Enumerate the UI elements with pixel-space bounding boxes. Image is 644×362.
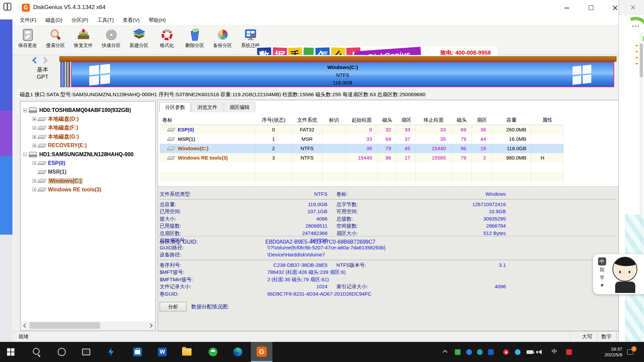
tab-sector-edit[interactable]: 扇区编辑 [224, 102, 255, 112]
toolbar-buttons: 保存更改 搜索分区 恢复文件 快速分区 新建分区 [14, 27, 264, 54]
desktop-left-edge [0, 0, 12, 342]
background-close-icon[interactable] [630, 5, 635, 10]
tray-green-icon[interactable] [455, 349, 461, 355]
tray-ime-app-icon[interactable] [566, 349, 572, 355]
close-button[interactable] [607, 0, 623, 15]
ime-halfwidth-badge[interactable]: 半 [600, 275, 605, 281]
disk-tree-panel: HD0:TOSHIBAMQ04ABF100(932GB)本地磁盘(D:)本地磁盘… [20, 101, 156, 330]
taskbar-search-icon[interactable] [32, 347, 42, 357]
quick-partition-button[interactable]: 快速分区 [97, 27, 125, 54]
esp-partition-block[interactable] [60, 62, 65, 87]
menu-tools[interactable]: 工具(T) [97, 17, 114, 23]
tree-item[interactable]: 本地磁盘(F:) [20, 124, 155, 132]
tree-item[interactable]: 本地磁盘(G:) [20, 132, 155, 141]
expander-icon[interactable] [33, 179, 36, 183]
save-changes-button[interactable]: 保存更改 [14, 27, 42, 54]
start-button[interactable] [5, 347, 16, 357]
tray-teal-icon[interactable] [477, 349, 483, 355]
backup-partition-button[interactable]: 备份分区 [209, 27, 236, 54]
tree-item-label: 本地磁盘(G:) [48, 133, 79, 140]
expander-icon[interactable] [23, 109, 27, 112]
tree-horizontal-scrollbar[interactable] [21, 321, 155, 329]
maximize-button[interactable] [583, 0, 599, 15]
scroll-left-icon[interactable] [21, 321, 29, 329]
tree-item[interactable]: Windows RE tools(3) [20, 185, 155, 194]
delete-partition-button[interactable]: 删除分区 [181, 27, 209, 54]
tree-item[interactable]: MSR(1) [20, 168, 155, 176]
scroll-right-icon[interactable] [147, 321, 155, 329]
ime-simplified-badge[interactable]: 简 [600, 267, 605, 273]
menu-disk[interactable]: 磁盘(D) [45, 17, 62, 23]
table-row[interactable]: ESP(0)0FAT3203233336936260.0MB [160, 125, 564, 134]
store-icon[interactable] [132, 347, 143, 357]
edge-icon[interactable] [232, 347, 243, 357]
expander-icon[interactable] [33, 188, 36, 191]
prev-disk-icon[interactable] [32, 57, 39, 64]
ime-float-widget[interactable]: 中 简 半 ♥ [593, 254, 644, 294]
tree-item[interactable]: HD0:TOSHIBAMQ04ABF100(932GB) [20, 106, 155, 115]
tree-item[interactable]: RECOVERY(E:) [20, 141, 155, 150]
table-row[interactable]: Windows(C:)2NTFS357945154409616118.0GB [160, 144, 564, 153]
tree-item[interactable]: Windows(C:) [20, 176, 155, 185]
taskbar: 中 18:37 2022/5/9 2 [0, 342, 644, 362]
tree-item[interactable]: 本地磁盘(D:) [20, 115, 155, 123]
windows-c-partition-block[interactable]: Windows(C:) NTFS 118.0GB [71, 62, 614, 87]
file-explorer-icon[interactable] [181, 347, 192, 357]
recover-files-button[interactable]: 恢复文件 [69, 27, 97, 54]
battery-icon[interactable] [527, 350, 533, 354]
tray-expand-icon[interactable] [443, 350, 447, 355]
expander-icon[interactable] [33, 126, 36, 130]
more-icon[interactable] [632, 25, 640, 27]
notification-center-icon[interactable]: 2 [627, 348, 635, 356]
volume-icon[interactable] [538, 350, 542, 354]
next-disk-icon[interactable] [41, 57, 48, 64]
ime-indicator[interactable]: 中 [552, 348, 557, 355]
toolbar: 保存更改 搜索分区 恢复文件 快速分区 新建分区 [12, 25, 619, 55]
taskbar-clock[interactable]: 18:37 2022/5/9 [584, 346, 622, 358]
new-partition-button[interactable]: 新建分区 [125, 27, 153, 54]
background-window-icon [3, 3, 11, 11]
table-row[interactable]: Windows RE tools(3)3NTFS1544096171556579… [160, 153, 564, 163]
word-icon[interactable] [157, 347, 168, 357]
format-button[interactable]: 格式化 [153, 27, 181, 54]
minimize-button[interactable] [559, 0, 575, 15]
window-title: DiskGenius V5.4.3.1342 x64 [33, 4, 105, 11]
tab-browse-files[interactable]: 浏览文件 [192, 102, 223, 112]
msr-partition-block[interactable] [66, 62, 70, 87]
expander-icon[interactable] [33, 117, 36, 121]
menu-help[interactable]: 帮助(H) [149, 17, 166, 23]
pinned-green-app-icon[interactable] [208, 347, 218, 357]
menu-file[interactable]: 文件(F) [20, 17, 36, 23]
tab-partition-params[interactable]: 分区参数 [159, 102, 191, 112]
scrollbar-thumb[interactable] [30, 322, 100, 329]
partition-icon [37, 135, 47, 139]
delete-partition-icon [188, 28, 202, 42]
menu-partition[interactable]: 分区(P) [71, 17, 88, 23]
expander-icon[interactable] [33, 161, 36, 165]
task-view-icon[interactable] [81, 347, 92, 357]
screen: DiskGenius V5.4.3.1342 x64 文件(F) 磁盘(D) 分… [0, 0, 644, 362]
detail-row: 簇大小:4096总簇数:30935295 [160, 215, 619, 223]
diskgenius-taskbar-button[interactable] [251, 342, 272, 362]
tree-item[interactable]: HD1:SAMSUNGMZNLN128HAHQ-000 [20, 150, 155, 159]
expander-icon[interactable] [33, 144, 36, 147]
format-icon [160, 28, 174, 42]
table-row[interactable]: MSR(1)1MSR33693735794416.0MB [160, 134, 564, 144]
tray-blue-icon[interactable] [466, 349, 472, 355]
cortana-icon[interactable] [56, 347, 67, 357]
tray-red-icon[interactable] [503, 349, 509, 355]
table-empty-row [160, 172, 564, 181]
analyze-button[interactable]: 分析 [160, 302, 186, 311]
menu-view[interactable]: 查看(V) [123, 17, 140, 23]
expander-icon[interactable] [33, 135, 36, 139]
tray-blue-square-icon[interactable] [488, 349, 494, 355]
pinned-app-icon[interactable] [106, 347, 116, 357]
expander-icon[interactable] [23, 153, 27, 156]
search-partition-button[interactable]: 搜索分区 [42, 27, 69, 54]
heart-icon: ♥ [601, 282, 604, 288]
ime-lang-badge[interactable]: 中 [598, 257, 606, 265]
tree-item[interactable]: ESP(0) [20, 159, 155, 168]
detail-row: 已用簇数:28068511空闲簇数:2866784 [160, 222, 619, 230]
tray-snowflake-icon[interactable] [515, 349, 521, 355]
new-partition-icon [132, 28, 146, 42]
